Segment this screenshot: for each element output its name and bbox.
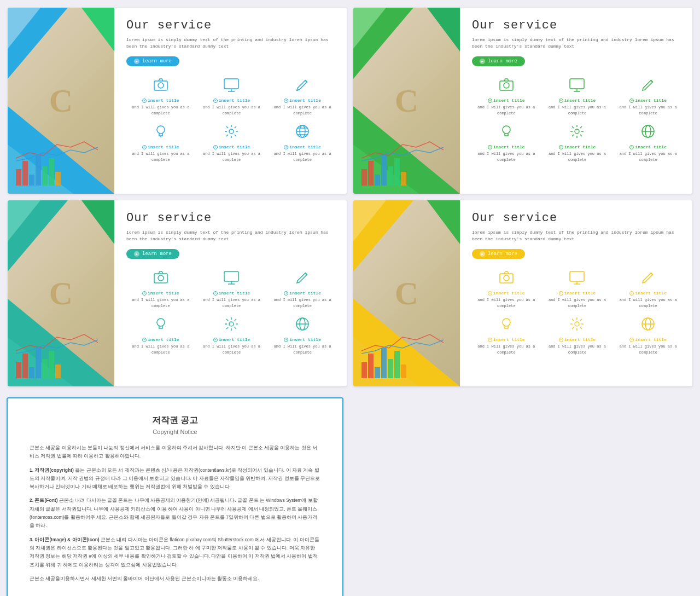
icon-item: + insert title and I will gives you as a… <box>472 313 541 355</box>
svg-point-8 <box>229 129 234 134</box>
item-title: + insert title <box>197 144 266 149</box>
learn-more-label: learn more <box>142 251 172 257</box>
copyright-outro: 근본소 세공을이용하시면서 세세한 서면의 올바이어 어단에서 사용된 근본소이… <box>30 575 320 583</box>
learn-more-label: learn more <box>488 251 517 257</box>
copyright-section3: 3. 아이콘(Image) & 아이콘(Icon) 근본소 내려 다시아는 아이… <box>30 536 320 569</box>
svg-point-30 <box>229 322 234 326</box>
slide-right-1: Our service lorem ipsum is simply dummy … <box>114 8 347 194</box>
slide-1-desc: lorem ipsum is simply dummy text of the … <box>126 37 337 50</box>
item-title: + insert title <box>126 98 195 103</box>
svg-point-25 <box>158 275 164 281</box>
slide-2-title: Our service <box>472 19 682 32</box>
icon-item: + insert title and I will gives you as a… <box>268 267 337 309</box>
item-text: and I will gives you as a complete <box>126 105 195 116</box>
slide-1-icons-grid: + insert title and I will gives you as a… <box>126 74 337 163</box>
empty-right-area <box>357 397 693 596</box>
slide-2-icons-grid: + insert title and I will gives you as a… <box>472 74 682 163</box>
slide-inner-2: C <box>353 8 692 194</box>
svg-rect-2 <box>224 79 238 89</box>
icon-item: + insert title and I will gives you as a… <box>472 74 541 116</box>
slide-1-learn-btn[interactable]: ▶ learn more <box>126 56 179 66</box>
gear-icon <box>220 120 242 142</box>
slide-inner-3: C <box>8 200 347 386</box>
item-title: + insert title <box>268 144 337 149</box>
copyright-section1: 1. 저작권(copyright) 을는 근본소의 모든 서 제작과는 콘텐츠 … <box>30 466 320 491</box>
play-icon: ▶ <box>134 59 139 64</box>
camera-icon <box>150 74 172 96</box>
slide-1-title: Our service <box>126 19 337 32</box>
icon-item: + insert title and I will gives you as a… <box>268 313 337 355</box>
svg-line-5 <box>297 90 299 90</box>
icon-item: + insert title and I will gives you as a… <box>614 313 682 355</box>
svg-point-1 <box>158 83 164 88</box>
svg-point-19 <box>503 126 510 134</box>
svg-rect-36 <box>570 271 584 281</box>
svg-point-20 <box>575 129 579 134</box>
slide-inner-4: C <box>353 200 692 386</box>
icon-item: + insert title and I will gives you as a… <box>543 120 612 163</box>
slide-left-3: C <box>8 200 114 386</box>
icon-item: + insert title and I will gives you as a… <box>126 120 195 163</box>
slide-2-desc: lorem ipsum is simply dummy text of the … <box>472 37 682 50</box>
item-title: + insert title <box>126 144 195 149</box>
copyright-title-en: Copyright Notice <box>30 429 320 435</box>
monitor-icon <box>220 74 242 96</box>
svg-point-29 <box>157 319 165 326</box>
icon-item: + insert title and I will gives you as a… <box>543 74 612 116</box>
slide-3-icons-grid: + insert title and I will gives you as a… <box>126 267 337 355</box>
svg-point-6 <box>157 126 165 134</box>
play-icon: ▶ <box>134 251 139 257</box>
slide-card-4: C <box>353 200 692 386</box>
bulb-icon <box>150 120 172 142</box>
slide-3-desc: lorem ipsum is simply dummy text of the … <box>126 229 337 242</box>
play-icon: ▶ <box>480 59 485 64</box>
copyright-title-ko: 저작권 공고 <box>30 415 320 426</box>
copyright-section2: 2. 폰트(Font) 근본소 내려 다시아는 글꼴 폰트는 나무에 사용공제의… <box>30 496 320 530</box>
icon-item: + insert title and I will gives you as a… <box>472 267 541 309</box>
icon-item: + insert title and I will gives you as a… <box>126 74 195 116</box>
slide-left-2: C <box>353 8 460 194</box>
slide-left-1: C <box>8 8 114 194</box>
slide-left-4: C <box>353 200 460 386</box>
slide-card-1: C <box>8 8 347 194</box>
icon-item: + insert title and I will gives you as a… <box>543 313 612 355</box>
icon-item: + insert title and I will gives you as a… <box>543 267 612 309</box>
icon-item: + insert title and I will gives you as a… <box>197 267 266 309</box>
learn-more-label: learn more <box>142 59 172 64</box>
slide-card-3: C <box>8 200 347 386</box>
icon-item: + insert title and I will gives you as a… <box>126 313 195 355</box>
icon-item: + insert title and I will gives you as a… <box>197 74 266 116</box>
svg-rect-16 <box>570 79 584 89</box>
slide-4-icons-grid: + insert title and I will gives you as a… <box>472 267 682 355</box>
slide-3-learn-btn[interactable]: ▶ learn more <box>126 249 179 259</box>
slide-2-learn-btn[interactable]: ▶ learn more <box>472 56 525 66</box>
slide-right-4: Our service lorem ipsum is simply dummy … <box>460 200 692 386</box>
icon-item: + insert title and I will gives you as a… <box>614 74 682 116</box>
icon-item: + insert title and I will gives you as a… <box>126 267 195 309</box>
slide-right-2: Our service lorem ipsum is simply dummy … <box>460 8 692 194</box>
item-text: and I will gives you as a complete <box>197 151 266 163</box>
play-icon: ▶ <box>480 251 485 257</box>
item-title: + insert title <box>197 98 266 103</box>
slide-inner-1: C <box>8 8 347 194</box>
globe-icon <box>291 120 313 142</box>
slide-4-learn-btn[interactable]: ▶ learn more <box>472 249 525 259</box>
slide-card-2: C <box>353 8 692 194</box>
pencil-icon <box>291 74 313 96</box>
copyright-body: 근본소 세공을 이용하시는 분들이 나눔의 정신에서 서비스를 이용하여 주셔서… <box>30 444 320 583</box>
item-title: + insert title <box>268 98 337 103</box>
slide-4-desc: lorem ipsum is simply dummy text of the … <box>472 229 682 242</box>
icon-item: + insert title and I will gives you as a… <box>472 120 541 163</box>
icon-item: + insert title and I will gives you as a… <box>268 74 337 116</box>
item-text: and I will gives you as a complete <box>268 105 337 116</box>
icon-item: + insert title and I will gives you as a… <box>614 267 682 309</box>
copyright-section: 저작권 공고 Copyright Notice 근본소 세공을 이용하시는 분들… <box>7 397 343 596</box>
item-text: and I will gives you as a complete <box>126 151 195 163</box>
svg-point-39 <box>503 319 510 326</box>
bottom-section: 저작권 공고 Copyright Notice 근본소 세공을 이용하시는 분들… <box>0 394 700 596</box>
main-grid: C <box>0 0 700 394</box>
svg-point-35 <box>504 275 509 281</box>
icon-item: + insert title and I will gives you as a… <box>268 120 337 163</box>
icon-item: + insert title and I will gives you as a… <box>197 120 266 163</box>
slide-3-title: Our service <box>126 211 337 225</box>
